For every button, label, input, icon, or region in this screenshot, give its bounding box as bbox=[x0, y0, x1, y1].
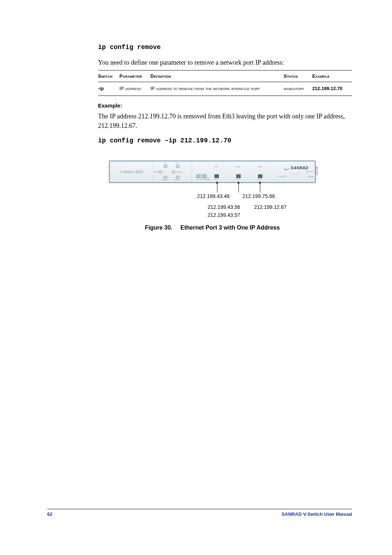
figure-title: Ethernet Port 3 with One IP Address bbox=[180, 224, 280, 231]
led-label: Uplink bbox=[162, 179, 167, 181]
arrow-line bbox=[238, 182, 239, 193]
led-label: Forward bbox=[175, 171, 182, 173]
example-command: ip config remove –ip 212.199.12.70 bbox=[98, 137, 352, 144]
port-eth2 bbox=[236, 174, 241, 178]
figure-number: Figure 30. bbox=[145, 224, 172, 231]
brand-sub: Ethernet bbox=[279, 170, 314, 173]
led-label: Back bbox=[154, 171, 158, 173]
led-icon bbox=[164, 165, 167, 168]
example-text: The IP address 212.199.12.70 is removed … bbox=[98, 112, 352, 130]
th-definition: Definition bbox=[150, 70, 283, 82]
cell-status: mandatory bbox=[284, 82, 312, 96]
brand-enable: Enable bbox=[308, 175, 314, 178]
command-title: ip config remove bbox=[98, 44, 352, 51]
cell-switch: -ip bbox=[98, 82, 119, 96]
device-brand-panel: SANRAD Ethernet 1 2 3 4 FC-ISCSI Enable bbox=[278, 161, 315, 182]
device-ports-panel: Con 1G/Manager Eth1 Eth1 Eth2 Eth2 Eth3 … bbox=[192, 161, 278, 182]
led-icon bbox=[176, 176, 180, 179]
device-model-label: V-Switch 3000 bbox=[110, 161, 154, 182]
figure-side-code: 10226 bbox=[315, 167, 318, 176]
device-chassis: V-Switch 3000 1Gb Pwr Back • • • Forward… bbox=[109, 161, 316, 183]
parameter-table: Switch Parameter Definition Status Examp… bbox=[98, 70, 352, 96]
manual-title: SANRAD V-Switch User Manual bbox=[282, 511, 352, 517]
figure-caption: Figure 30. Ethernet Port 3 with One IP A… bbox=[109, 224, 316, 231]
port-con bbox=[196, 174, 201, 178]
eth-label: Eth2 bbox=[236, 166, 240, 168]
port-mgmt bbox=[202, 174, 207, 178]
figure-arrows bbox=[109, 182, 316, 193]
page-footer: 62 SANRAD V-Switch User Manual bbox=[47, 509, 352, 517]
cell-parameter: IP address bbox=[119, 82, 150, 96]
cell-example: 212.199.12.70 bbox=[312, 82, 352, 96]
port-label: Eth1 bbox=[215, 178, 218, 180]
port-eth3 bbox=[258, 174, 262, 178]
example-heading: Example: bbox=[98, 102, 352, 109]
ip-eth1-3: 212.199.43.57 bbox=[208, 212, 240, 218]
brand-text: SANRAD bbox=[291, 166, 309, 170]
arrow-line bbox=[260, 182, 260, 193]
brand-dots: 1 2 3 4 bbox=[279, 173, 314, 175]
device-led-panel: 1Gb Pwr Back • • • Forward Uplink Error bbox=[154, 161, 192, 182]
port-label: Con bbox=[196, 178, 199, 180]
led-icon bbox=[159, 170, 162, 174]
port-label: Eth2 bbox=[236, 178, 240, 180]
led-label: Error bbox=[175, 179, 179, 181]
table-row: -ip IP address IP address to remove from… bbox=[98, 82, 352, 96]
arrow-line bbox=[217, 182, 217, 193]
brand-fc-label: FC-ISCSI bbox=[279, 175, 287, 178]
th-switch: Switch bbox=[98, 70, 119, 82]
cell-definition: IP address to remove from the network in… bbox=[150, 82, 283, 96]
ip-eth1-1: 212.199.43.46 bbox=[197, 193, 230, 199]
ip-eth3-1: 212.199.12.67 bbox=[254, 204, 287, 210]
ip-eth2-1: 212.199.75.66 bbox=[242, 193, 275, 199]
port-eth1 bbox=[215, 174, 219, 178]
led-label: 1Gb bbox=[163, 162, 167, 165]
led-icon bbox=[164, 176, 167, 179]
led-icon bbox=[172, 170, 175, 174]
th-status: Status bbox=[284, 70, 312, 82]
port-label: 1G/Manager bbox=[200, 178, 210, 180]
brand-swoosh-icon bbox=[284, 166, 290, 171]
eth-label: Eth1 bbox=[215, 166, 218, 168]
port-label: Eth3 bbox=[258, 178, 262, 180]
brand-logo: SANRAD bbox=[284, 166, 309, 170]
led-label: Pwr bbox=[176, 162, 179, 165]
figure: V-Switch 3000 1Gb Pwr Back • • • Forward… bbox=[109, 161, 316, 220]
intro-text: You need to define one parameter to remo… bbox=[98, 59, 352, 66]
ip-eth1-2: 212.199.43.56 bbox=[208, 204, 240, 210]
eth-label: Eth3 bbox=[258, 166, 262, 168]
th-example: Example bbox=[312, 70, 352, 82]
led-icon bbox=[176, 165, 180, 168]
ip-labels: 212.199.43.46 212.199.75.66 212.199.43.5… bbox=[109, 193, 316, 220]
led-dots: • • • bbox=[163, 170, 166, 173]
th-parameter: Parameter bbox=[119, 70, 150, 82]
page-number: 62 bbox=[47, 511, 52, 517]
